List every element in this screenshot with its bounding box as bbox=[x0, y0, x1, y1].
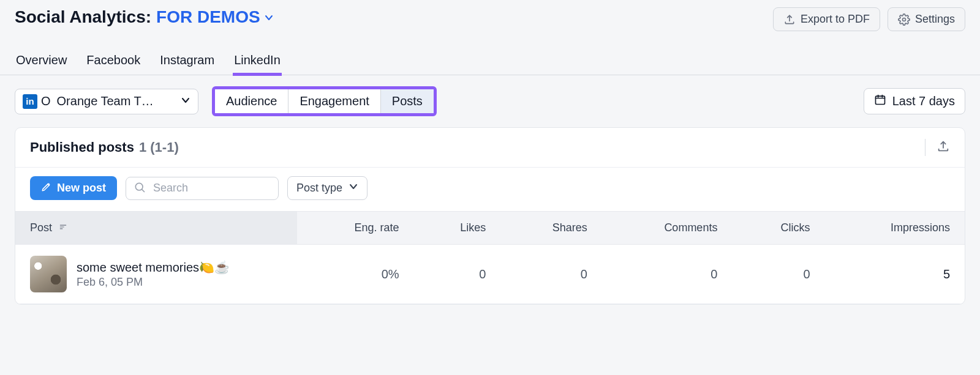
svg-rect-1 bbox=[875, 96, 884, 104]
date-range-selector[interactable]: Last 7 days bbox=[864, 88, 965, 114]
segment-posts[interactable]: Posts bbox=[381, 89, 434, 113]
subbar: in O Orange Team T… Audience Engagement … bbox=[0, 75, 980, 127]
post-cell: some sweet memories🍋☕ Feb 6, 05 PM bbox=[30, 256, 282, 292]
new-post-label: New post bbox=[57, 182, 106, 195]
post-type-filter[interactable]: Post type bbox=[287, 176, 368, 200]
svg-point-2 bbox=[135, 183, 143, 190]
page-header: Social Analytics: FOR DEMOS Export to PD… bbox=[0, 0, 980, 31]
account-initial: O bbox=[41, 94, 51, 108]
col-impressions[interactable]: Impressions bbox=[825, 212, 965, 245]
cell-impressions: 5 bbox=[825, 245, 965, 304]
col-comments[interactable]: Comments bbox=[602, 212, 733, 245]
panel-header: Published posts 1 (1-1) bbox=[15, 128, 965, 168]
account-selector[interactable]: in O Orange Team T… bbox=[15, 89, 198, 114]
project-selector[interactable]: FOR DEMOS bbox=[156, 7, 273, 27]
col-post-label: Post bbox=[30, 221, 52, 234]
post-thumbnail bbox=[30, 256, 67, 292]
chevron-down-icon bbox=[181, 94, 190, 108]
page-title-prefix: Social Analytics: bbox=[15, 7, 151, 27]
cell-eng-rate: 0% bbox=[297, 245, 414, 304]
subbar-left: in O Orange Team T… Audience Engagement … bbox=[15, 86, 437, 116]
post-meta: some sweet memories🍋☕ Feb 6, 05 PM bbox=[77, 260, 230, 289]
tab-overview[interactable]: Overview bbox=[15, 48, 68, 75]
export-pdf-button[interactable]: Export to PDF bbox=[773, 7, 880, 31]
chevron-down-icon bbox=[264, 13, 273, 21]
export-icon[interactable] bbox=[937, 139, 950, 155]
settings-button[interactable]: Settings bbox=[888, 7, 965, 31]
table-row[interactable]: some sweet memories🍋☕ Feb 6, 05 PM 0% 0 … bbox=[15, 245, 965, 304]
calendar-icon bbox=[874, 94, 886, 109]
post-title: some sweet memories🍋☕ bbox=[77, 260, 230, 275]
new-post-button[interactable]: New post bbox=[30, 176, 117, 200]
linkedin-icon: in bbox=[23, 94, 37, 109]
pencil-icon bbox=[41, 181, 52, 195]
cell-shares: 0 bbox=[500, 245, 601, 304]
export-icon bbox=[783, 13, 796, 26]
panel-header-actions bbox=[925, 139, 950, 156]
search-box[interactable] bbox=[126, 177, 279, 200]
chevron-down-icon bbox=[349, 182, 358, 195]
segment-audience[interactable]: Audience bbox=[215, 89, 288, 113]
col-eng-rate[interactable]: Eng. rate bbox=[297, 212, 414, 245]
segment-engagement[interactable]: Engagement bbox=[288, 89, 380, 113]
cell-comments: 0 bbox=[602, 245, 733, 304]
post-type-label: Post type bbox=[296, 182, 342, 195]
panel-title-text: Published posts bbox=[30, 139, 134, 155]
project-name: FOR DEMOS bbox=[156, 7, 260, 27]
post-date: Feb 6, 05 PM bbox=[77, 276, 230, 289]
col-clicks[interactable]: Clicks bbox=[732, 212, 824, 245]
table-body: some sweet memories🍋☕ Feb 6, 05 PM 0% 0 … bbox=[15, 245, 965, 304]
col-post[interactable]: Post bbox=[15, 212, 297, 245]
header-actions: Export to PDF Settings bbox=[773, 7, 965, 31]
settings-label: Settings bbox=[915, 13, 955, 26]
export-label: Export to PDF bbox=[801, 13, 870, 26]
divider bbox=[925, 139, 925, 156]
panel-title: Published posts 1 (1-1) bbox=[30, 139, 179, 155]
posts-table: Post Eng. rate Likes Shares Comments Cli… bbox=[15, 211, 965, 304]
cell-likes: 0 bbox=[414, 245, 501, 304]
date-range-label: Last 7 days bbox=[892, 94, 955, 108]
svg-point-0 bbox=[902, 18, 905, 21]
published-posts-panel: Published posts 1 (1-1) New post Post ty… bbox=[15, 127, 965, 305]
table-head: Post Eng. rate Likes Shares Comments Cli… bbox=[15, 212, 965, 245]
network-tabs: Overview Facebook Instagram LinkedIn bbox=[0, 31, 980, 75]
col-likes[interactable]: Likes bbox=[414, 212, 501, 245]
tab-instagram[interactable]: Instagram bbox=[159, 48, 216, 75]
gear-icon bbox=[898, 13, 910, 26]
search-input[interactable] bbox=[152, 181, 271, 195]
col-shares[interactable]: Shares bbox=[500, 212, 601, 245]
tab-facebook[interactable]: Facebook bbox=[85, 48, 141, 75]
page-title-wrap: Social Analytics: FOR DEMOS bbox=[15, 7, 273, 27]
search-icon bbox=[134, 181, 146, 196]
cell-clicks: 0 bbox=[732, 245, 824, 304]
tab-linkedin[interactable]: LinkedIn bbox=[233, 48, 282, 75]
panel-toolbar: New post Post type bbox=[15, 168, 965, 211]
panel-count: 1 (1-1) bbox=[139, 139, 179, 155]
account-label: Orange Team T… bbox=[57, 94, 175, 108]
sort-icon bbox=[59, 221, 67, 234]
section-segmented-control: Audience Engagement Posts bbox=[212, 86, 437, 116]
